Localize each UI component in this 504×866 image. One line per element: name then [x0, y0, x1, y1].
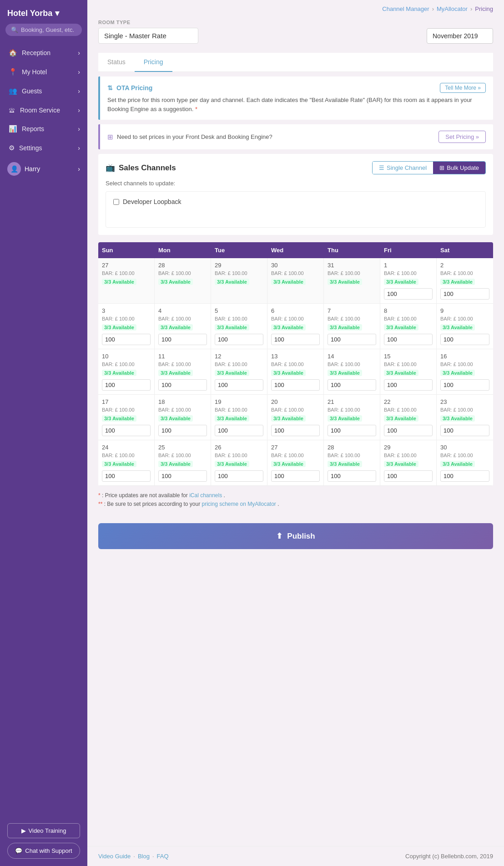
reports-icon: 📊: [9, 125, 17, 133]
cal-price-input[interactable]: [158, 470, 207, 482]
cal-price-input[interactable]: [440, 425, 489, 436]
cal-date: 10: [102, 353, 151, 360]
cal-available: 3/3 Available: [384, 324, 418, 331]
cal-header-sat: Sat: [437, 242, 493, 258]
cal-available: 3/3 Available: [102, 324, 136, 331]
calendar-cell: 27BAR: £ 100.003/3 Available: [267, 440, 324, 486]
sidebar-search[interactable]: 🔍 Booking, Guest, etc.: [5, 24, 82, 36]
sidebar-nav-item-guests[interactable]: 👥 Guests ›: [0, 82, 87, 101]
cal-price-input[interactable]: [271, 334, 320, 345]
pricing-notice-text: ⊞ Need to set prices in your Front Desk …: [107, 133, 272, 141]
cal-available: 3/3 Available: [384, 415, 418, 422]
chat-support-button[interactable]: 💬 Chat with Support: [7, 843, 80, 859]
sidebar-nav-item-settings[interactable]: ⚙ Settings ›: [0, 138, 87, 158]
cal-price-input[interactable]: [384, 425, 433, 436]
room-service-icon: 🛎: [9, 106, 15, 114]
cal-price-input[interactable]: [102, 334, 151, 345]
cal-bar: BAR: £ 100.00: [215, 362, 263, 367]
calendar-cell: 1BAR: £ 100.003/3 Available: [380, 258, 437, 304]
cal-price-input[interactable]: [440, 288, 489, 300]
cal-price-input[interactable]: [328, 334, 376, 345]
set-pricing-button[interactable]: Set Pricing »: [438, 131, 486, 143]
pricing-scheme-link[interactable]: pricing scheme on MyAllocator: [202, 501, 276, 507]
cal-price-input[interactable]: [215, 470, 263, 482]
cal-available: 3/3 Available: [440, 415, 475, 422]
cal-price-input[interactable]: [328, 425, 376, 436]
bulk-update-button[interactable]: ⊞ Bulk Update: [433, 162, 485, 174]
publish-label: Publish: [287, 532, 315, 541]
ical-channels-link[interactable]: iCal channels: [189, 492, 222, 499]
cal-bar: BAR: £ 100.00: [384, 362, 433, 367]
cal-available: 3/3 Available: [328, 370, 362, 376]
breadcrumb-myallocator[interactable]: MyAllocator: [437, 5, 468, 12]
ota-pricing-title-row: ⇅ OTA Pricing Tell Me More »: [107, 83, 486, 93]
sidebar-nav-item-room-service[interactable]: 🛎 Room Service ›: [0, 101, 87, 119]
hotel-name[interactable]: Hotel Yorba ▾: [0, 0, 87, 24]
cal-price-input[interactable]: [102, 379, 151, 391]
sidebar-nav-item-reception[interactable]: 🏠 Reception ›: [0, 43, 87, 62]
calendar-cell: 28BAR: £ 100.003/3 Available: [324, 440, 380, 486]
sidebar-nav-item-my-hotel[interactable]: 📍 My Hotel ›: [0, 62, 87, 82]
channel-developer-loopback[interactable]: Developer Loopback: [113, 198, 478, 205]
footer-blog-link[interactable]: Blog: [138, 853, 150, 860]
tab-status[interactable]: Status: [98, 53, 135, 72]
cal-price-input[interactable]: [440, 379, 489, 391]
tab-pricing[interactable]: Pricing: [135, 53, 172, 72]
cal-available: 3/3 Available: [102, 461, 136, 467]
cal-price-input[interactable]: [102, 425, 151, 436]
calendar-cell: 30BAR: £ 100.003/3 Available: [437, 440, 493, 486]
breadcrumb-channel-manager[interactable]: Channel Manager: [382, 5, 429, 12]
sidebar-user[interactable]: 👤 Harry ›: [0, 158, 87, 180]
cal-price-input[interactable]: [102, 470, 151, 482]
calendar-cell: 5BAR: £ 100.003/3 Available: [211, 304, 267, 349]
sidebar-item-label: Guests: [22, 87, 42, 95]
date-picker-select[interactable]: November 2019 December 2019: [427, 28, 493, 44]
cal-available: 3/3 Available: [440, 279, 475, 285]
avatar: 👤: [7, 162, 21, 176]
cal-price-input[interactable]: [271, 425, 320, 436]
footnote-asterisk-2: **: [98, 501, 102, 507]
cal-price-input[interactable]: [158, 334, 207, 345]
pricing-notice-icon: ⊞: [107, 133, 113, 141]
calendar-cell: 27BAR: £ 100.003/3 Available: [98, 258, 155, 304]
cal-price-input[interactable]: [215, 334, 263, 345]
chevron-right-icon: ›: [78, 144, 80, 152]
single-channel-label: Single Channel: [387, 164, 427, 171]
cal-bar: BAR: £ 100.00: [158, 362, 207, 367]
my-hotel-icon: 📍: [9, 68, 17, 76]
cal-bar: BAR: £ 100.00: [158, 453, 207, 458]
cal-date: 27: [271, 444, 320, 451]
publish-button[interactable]: ⬆ Publish: [98, 523, 493, 549]
sidebar-item-label: Room Service: [20, 107, 60, 114]
room-type-select[interactable]: Single - Master Rate Double Suite: [98, 28, 198, 44]
cal-price-input[interactable]: [271, 379, 320, 391]
cal-date: 15: [384, 353, 433, 360]
single-channel-button[interactable]: ☰ Single Channel: [373, 162, 433, 174]
developer-loopback-checkbox[interactable]: [113, 199, 119, 205]
cal-date: 14: [328, 353, 376, 360]
sidebar-nav-item-reports[interactable]: 📊 Reports ›: [0, 119, 87, 138]
cal-price-input[interactable]: [158, 425, 207, 436]
cal-price-input[interactable]: [215, 425, 263, 436]
cal-price-input[interactable]: [384, 470, 433, 482]
hotel-name-text: Hotel Yorba: [7, 9, 52, 18]
search-icon: 🔍: [11, 26, 18, 33]
cal-date: 3: [102, 307, 151, 314]
cal-price-input[interactable]: [384, 379, 433, 391]
cal-price-input[interactable]: [440, 334, 489, 345]
cal-price-input[interactable]: [158, 379, 207, 391]
cal-available: 3/3 Available: [158, 324, 193, 331]
cal-price-input[interactable]: [215, 379, 263, 391]
developer-loopback-label: Developer Loopback: [123, 198, 181, 205]
cal-price-input[interactable]: [384, 288, 433, 300]
video-training-button[interactable]: ▶ Video Training: [7, 823, 80, 838]
footer-video-guide-link[interactable]: Video Guide: [98, 853, 131, 860]
footer-faq-link[interactable]: FAQ: [157, 853, 169, 860]
cal-price-input[interactable]: [328, 379, 376, 391]
footnote-2-end: .: [277, 501, 279, 507]
cal-price-input[interactable]: [271, 470, 320, 482]
cal-price-input[interactable]: [328, 470, 376, 482]
cal-price-input[interactable]: [384, 334, 433, 345]
cal-price-input[interactable]: [440, 470, 489, 482]
tell-more-button[interactable]: Tell Me More »: [440, 83, 486, 93]
